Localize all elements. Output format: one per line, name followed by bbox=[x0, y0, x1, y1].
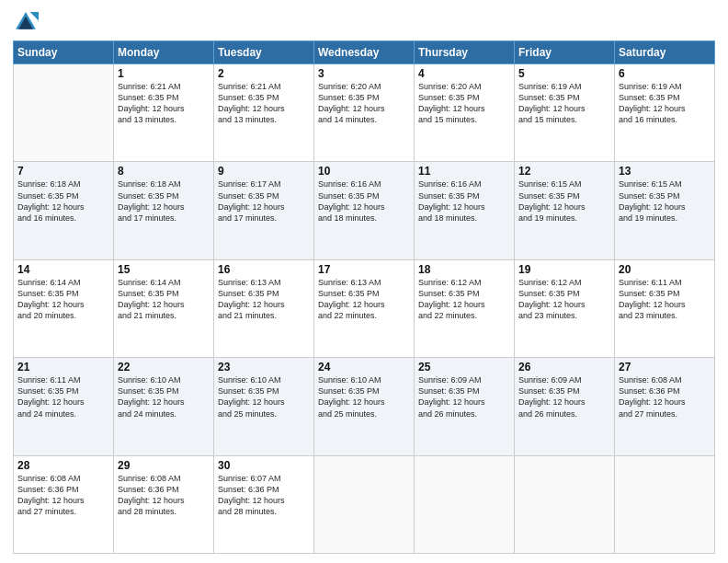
calendar-week-row: 28Sunrise: 6:08 AM Sunset: 6:36 PM Dayli… bbox=[14, 455, 715, 553]
calendar-day-cell: 20Sunrise: 6:11 AM Sunset: 6:35 PM Dayli… bbox=[615, 259, 715, 357]
calendar-day-cell: 11Sunrise: 6:16 AM Sunset: 6:35 PM Dayli… bbox=[415, 162, 515, 259]
day-info: Sunrise: 6:08 AM Sunset: 6:36 PM Dayligh… bbox=[17, 473, 109, 518]
day-number: 28 bbox=[17, 459, 109, 472]
day-info: Sunrise: 6:15 AM Sunset: 6:35 PM Dayligh… bbox=[619, 178, 711, 224]
calendar-day-cell: 30Sunrise: 6:07 AM Sunset: 6:36 PM Dayli… bbox=[214, 455, 314, 553]
calendar-week-row: 14Sunrise: 6:14 AM Sunset: 6:35 PM Dayli… bbox=[14, 259, 715, 357]
calendar-day-cell: 21Sunrise: 6:11 AM Sunset: 6:35 PM Dayli… bbox=[14, 358, 114, 455]
day-info: Sunrise: 6:08 AM Sunset: 6:36 PM Dayligh… bbox=[619, 374, 711, 419]
day-number: 25 bbox=[418, 361, 510, 373]
calendar-day-cell bbox=[615, 455, 715, 553]
calendar-day-cell: 25Sunrise: 6:09 AM Sunset: 6:35 PM Dayli… bbox=[415, 358, 515, 455]
day-info: Sunrise: 6:16 AM Sunset: 6:35 PM Dayligh… bbox=[318, 178, 410, 224]
day-number: 15 bbox=[118, 263, 210, 276]
day-info: Sunrise: 6:11 AM Sunset: 6:35 PM Dayligh… bbox=[619, 277, 711, 322]
day-number: 11 bbox=[418, 165, 510, 178]
calendar-day-cell: 28Sunrise: 6:08 AM Sunset: 6:36 PM Dayli… bbox=[14, 455, 114, 553]
calendar-day-cell bbox=[314, 455, 415, 553]
day-info: Sunrise: 6:20 AM Sunset: 6:35 PM Dayligh… bbox=[318, 81, 410, 126]
calendar-header-row: SundayMondayTuesdayWednesdayThursdayFrid… bbox=[14, 41, 715, 64]
calendar-week-row: 7Sunrise: 6:18 AM Sunset: 6:35 PM Daylig… bbox=[14, 162, 715, 259]
day-number: 27 bbox=[619, 361, 711, 373]
calendar-day-cell: 19Sunrise: 6:12 AM Sunset: 6:35 PM Dayli… bbox=[515, 259, 615, 357]
day-info: Sunrise: 6:09 AM Sunset: 6:35 PM Dayligh… bbox=[418, 374, 510, 419]
logo-icon bbox=[13, 9, 39, 35]
day-number: 6 bbox=[619, 67, 711, 80]
calendar-day-cell: 10Sunrise: 6:16 AM Sunset: 6:35 PM Dayli… bbox=[314, 162, 415, 259]
logo bbox=[13, 9, 42, 35]
day-info: Sunrise: 6:08 AM Sunset: 6:36 PM Dayligh… bbox=[118, 473, 210, 518]
day-info: Sunrise: 6:07 AM Sunset: 6:36 PM Dayligh… bbox=[218, 473, 310, 518]
day-info: Sunrise: 6:13 AM Sunset: 6:35 PM Dayligh… bbox=[218, 277, 310, 322]
day-number: 5 bbox=[518, 67, 610, 80]
calendar-day-cell: 1Sunrise: 6:21 AM Sunset: 6:35 PM Daylig… bbox=[114, 64, 214, 162]
day-number: 10 bbox=[318, 165, 410, 178]
calendar-day-cell: 5Sunrise: 6:19 AM Sunset: 6:35 PM Daylig… bbox=[515, 64, 615, 162]
calendar-day-cell: 22Sunrise: 6:10 AM Sunset: 6:35 PM Dayli… bbox=[114, 358, 214, 455]
day-number: 18 bbox=[418, 263, 510, 276]
day-number: 2 bbox=[218, 67, 310, 80]
day-info: Sunrise: 6:10 AM Sunset: 6:35 PM Dayligh… bbox=[118, 374, 210, 419]
day-number: 26 bbox=[518, 361, 610, 373]
calendar-day-cell: 13Sunrise: 6:15 AM Sunset: 6:35 PM Dayli… bbox=[615, 162, 715, 259]
day-number: 20 bbox=[619, 263, 711, 276]
calendar-week-row: 21Sunrise: 6:11 AM Sunset: 6:35 PM Dayli… bbox=[14, 358, 715, 455]
day-info: Sunrise: 6:14 AM Sunset: 6:35 PM Dayligh… bbox=[118, 277, 210, 322]
calendar-day-cell bbox=[415, 455, 515, 553]
calendar-day-cell: 18Sunrise: 6:12 AM Sunset: 6:35 PM Dayli… bbox=[415, 259, 515, 357]
day-info: Sunrise: 6:21 AM Sunset: 6:35 PM Dayligh… bbox=[218, 81, 310, 126]
weekday-header: Sunday bbox=[14, 41, 114, 64]
day-number: 12 bbox=[518, 165, 610, 178]
day-number: 4 bbox=[418, 67, 510, 80]
day-number: 29 bbox=[118, 459, 210, 472]
day-number: 1 bbox=[118, 67, 210, 80]
day-info: Sunrise: 6:10 AM Sunset: 6:35 PM Dayligh… bbox=[218, 374, 310, 419]
day-info: Sunrise: 6:19 AM Sunset: 6:35 PM Dayligh… bbox=[619, 81, 711, 126]
day-info: Sunrise: 6:12 AM Sunset: 6:35 PM Dayligh… bbox=[418, 277, 510, 322]
calendar-day-cell: 9Sunrise: 6:17 AM Sunset: 6:35 PM Daylig… bbox=[214, 162, 314, 259]
weekday-header: Monday bbox=[114, 41, 214, 64]
calendar-day-cell: 14Sunrise: 6:14 AM Sunset: 6:35 PM Dayli… bbox=[14, 259, 114, 357]
day-info: Sunrise: 6:20 AM Sunset: 6:35 PM Dayligh… bbox=[418, 81, 510, 126]
day-info: Sunrise: 6:09 AM Sunset: 6:35 PM Dayligh… bbox=[518, 374, 610, 419]
day-info: Sunrise: 6:12 AM Sunset: 6:35 PM Dayligh… bbox=[518, 277, 610, 322]
weekday-header: Tuesday bbox=[214, 41, 314, 64]
day-info: Sunrise: 6:21 AM Sunset: 6:35 PM Dayligh… bbox=[118, 81, 210, 126]
day-number: 8 bbox=[118, 165, 210, 178]
day-info: Sunrise: 6:15 AM Sunset: 6:35 PM Dayligh… bbox=[518, 178, 610, 224]
calendar-day-cell: 6Sunrise: 6:19 AM Sunset: 6:35 PM Daylig… bbox=[615, 64, 715, 162]
day-info: Sunrise: 6:10 AM Sunset: 6:35 PM Dayligh… bbox=[318, 374, 410, 419]
svg-marker-2 bbox=[30, 12, 39, 20]
calendar-day-cell: 3Sunrise: 6:20 AM Sunset: 6:35 PM Daylig… bbox=[314, 64, 415, 162]
calendar-day-cell: 4Sunrise: 6:20 AM Sunset: 6:35 PM Daylig… bbox=[415, 64, 515, 162]
day-number: 30 bbox=[218, 459, 310, 472]
calendar-day-cell: 29Sunrise: 6:08 AM Sunset: 6:36 PM Dayli… bbox=[114, 455, 214, 553]
calendar-day-cell: 27Sunrise: 6:08 AM Sunset: 6:36 PM Dayli… bbox=[615, 358, 715, 455]
day-number: 3 bbox=[318, 67, 410, 80]
day-number: 14 bbox=[17, 263, 109, 276]
calendar-day-cell: 17Sunrise: 6:13 AM Sunset: 6:35 PM Dayli… bbox=[314, 259, 415, 357]
day-number: 23 bbox=[218, 361, 310, 373]
calendar-day-cell: 26Sunrise: 6:09 AM Sunset: 6:35 PM Dayli… bbox=[515, 358, 615, 455]
page: SundayMondayTuesdayWednesdayThursdayFrid… bbox=[0, 0, 728, 563]
day-number: 19 bbox=[518, 263, 610, 276]
day-number: 21 bbox=[17, 361, 109, 373]
calendar-day-cell: 8Sunrise: 6:18 AM Sunset: 6:35 PM Daylig… bbox=[114, 162, 214, 259]
calendar-day-cell: 7Sunrise: 6:18 AM Sunset: 6:35 PM Daylig… bbox=[14, 162, 114, 259]
day-info: Sunrise: 6:17 AM Sunset: 6:35 PM Dayligh… bbox=[218, 178, 310, 224]
weekday-header: Saturday bbox=[615, 41, 715, 64]
calendar-day-cell: 2Sunrise: 6:21 AM Sunset: 6:35 PM Daylig… bbox=[214, 64, 314, 162]
day-number: 24 bbox=[318, 361, 410, 373]
calendar-day-cell: 23Sunrise: 6:10 AM Sunset: 6:35 PM Dayli… bbox=[214, 358, 314, 455]
day-info: Sunrise: 6:14 AM Sunset: 6:35 PM Dayligh… bbox=[17, 277, 109, 322]
day-number: 13 bbox=[619, 165, 711, 178]
day-info: Sunrise: 6:16 AM Sunset: 6:35 PM Dayligh… bbox=[418, 178, 510, 224]
header bbox=[13, 9, 715, 35]
calendar-day-cell: 16Sunrise: 6:13 AM Sunset: 6:35 PM Dayli… bbox=[214, 259, 314, 357]
calendar-day-cell: 24Sunrise: 6:10 AM Sunset: 6:35 PM Dayli… bbox=[314, 358, 415, 455]
calendar-day-cell bbox=[515, 455, 615, 553]
day-info: Sunrise: 6:11 AM Sunset: 6:35 PM Dayligh… bbox=[17, 374, 109, 419]
calendar-day-cell: 15Sunrise: 6:14 AM Sunset: 6:35 PM Dayli… bbox=[114, 259, 214, 357]
day-info: Sunrise: 6:13 AM Sunset: 6:35 PM Dayligh… bbox=[318, 277, 410, 322]
day-number: 16 bbox=[218, 263, 310, 276]
